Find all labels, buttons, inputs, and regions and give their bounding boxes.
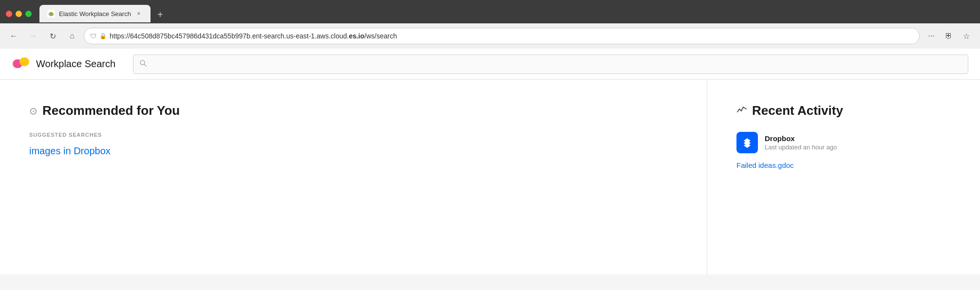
tabs-bar: Elastic Workplace Search × +: [39, 5, 168, 22]
nav-bar: ← → ↻ ⌂ 🛡 🔒 https://64c508d875bc457986d4…: [0, 23, 980, 49]
activity-section-title: Recent Activity: [736, 103, 951, 118]
suggested-search-link[interactable]: images in Dropbox: [29, 145, 111, 156]
activity-link-failed-ideas[interactable]: Failed ideas.gdoc: [736, 161, 951, 169]
maximize-button[interactable]: [25, 11, 32, 17]
activity-heading: Recent Activity: [752, 103, 843, 118]
dropbox-app-icon: [736, 132, 758, 153]
minimize-button[interactable]: [16, 11, 22, 17]
activity-time-dropbox: Last updated an hour ago: [765, 144, 837, 151]
back-icon: ←: [10, 32, 18, 40]
svg-line-7: [144, 64, 146, 66]
activity-text-dropbox: Dropbox Last updated an hour ago: [765, 134, 837, 151]
tab-favicon: [47, 10, 55, 18]
bookmark-button[interactable]: ⛨: [941, 28, 957, 44]
tab-title: Elastic Workplace Search: [59, 10, 131, 18]
search-bar: [133, 54, 968, 74]
svg-rect-5: [19, 57, 29, 66]
title-bar: Elastic Workplace Search × +: [0, 0, 980, 23]
right-panel: Recent Activity Dropbox Last updated an …: [707, 80, 980, 274]
nav-extra-buttons: ··· ⛨ ☆: [923, 28, 974, 44]
search-input[interactable]: [151, 60, 962, 68]
star-button[interactable]: ☆: [959, 28, 974, 44]
recommended-section-title: ⊙ Recommended for You: [29, 103, 678, 118]
activity-name-dropbox: Dropbox: [765, 134, 837, 143]
home-button[interactable]: ⌂: [64, 28, 80, 44]
refresh-button[interactable]: ↻: [45, 28, 60, 44]
app: Workplace Search ⊙ Recommended for You S: [0, 49, 980, 274]
lock-icon: 🔒: [99, 33, 107, 39]
forward-icon: →: [29, 32, 37, 40]
search-icon: [139, 59, 147, 69]
app-header: Workplace Search: [0, 49, 980, 80]
left-panel: ⊙ Recommended for You SUGGESTED SEARCHES…: [0, 80, 707, 274]
address-text: https://64c508d875bc457986d431dca55b997b…: [110, 32, 913, 40]
shield-icon: 🛡: [90, 33, 96, 40]
suggested-searches-label: SUGGESTED SEARCHES: [29, 132, 678, 138]
new-tab-button[interactable]: +: [152, 7, 168, 22]
logo: Workplace Search: [12, 54, 115, 74]
more-button[interactable]: ···: [923, 28, 939, 44]
back-button[interactable]: ←: [6, 28, 21, 44]
activity-item-dropbox: Dropbox Last updated an hour ago: [736, 132, 951, 153]
main-content: ⊙ Recommended for You SUGGESTED SEARCHES…: [0, 80, 980, 274]
address-bar[interactable]: 🛡 🔒 https://64c508d875bc457986d431dca55b…: [84, 28, 920, 44]
browser-chrome: Elastic Workplace Search × + ← → ↻ ⌂ 🛡 🔒…: [0, 0, 980, 49]
recommended-icon: ⊙: [29, 105, 38, 117]
activity-icon: [736, 104, 747, 117]
recommended-heading: Recommended for You: [42, 103, 180, 118]
window-controls: [6, 11, 32, 17]
home-icon: ⌂: [70, 32, 75, 40]
refresh-icon: ↻: [50, 32, 56, 41]
address-prefix: https://64c508d875bc457986d431dca55b997b…: [110, 32, 349, 40]
close-button[interactable]: [6, 11, 12, 17]
address-suffix: /ws/search: [364, 32, 397, 40]
active-tab[interactable]: Elastic Workplace Search ×: [39, 5, 151, 22]
bookmark-icon: ⛨: [945, 32, 953, 40]
svg-marker-11: [744, 143, 751, 148]
elastic-logo-icon: [12, 54, 31, 74]
star-icon: ☆: [963, 32, 970, 41]
forward-button[interactable]: →: [25, 28, 41, 44]
search-input-wrap[interactable]: [133, 54, 968, 74]
tab-close-button[interactable]: ×: [135, 10, 143, 18]
svg-point-3: [50, 13, 53, 15]
address-domain: es.io: [349, 32, 364, 40]
app-title: Workplace Search: [36, 58, 115, 70]
more-icon: ···: [928, 32, 934, 40]
